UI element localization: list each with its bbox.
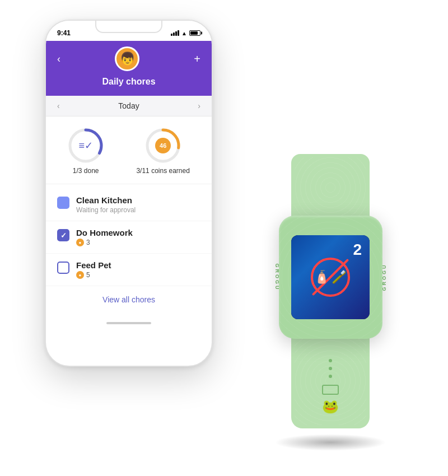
watch-strap-top (291, 154, 370, 221)
home-indicator (106, 322, 151, 324)
status-time: 9:41 (57, 29, 71, 37)
coins-stat: 46 3/11 coins earned (136, 128, 189, 175)
chore-name: Do Homework (76, 228, 200, 237)
no-symbol: 🧴 🪥 (311, 258, 350, 297)
chore-name: Clean Kitchen (76, 195, 200, 205)
chore-checkbox[interactable]: ✓ (57, 229, 69, 241)
strap-holes (329, 359, 332, 378)
strap-buckle (322, 385, 339, 395)
bottle-icons: 🧴 🪥 (314, 270, 347, 284)
date-label: Today (118, 101, 139, 110)
watch-shadow (274, 434, 386, 451)
add-button[interactable]: + (194, 53, 200, 66)
watch-screen-number: 2 (353, 241, 362, 259)
done-stat: ≡✓ 1/3 done (68, 128, 104, 175)
chore-name: Feed Pet (76, 260, 200, 270)
chore-checkbox[interactable] (57, 197, 69, 209)
wifi-icon: ▲ (181, 30, 187, 36)
chore-info: Clean Kitchen Waiting for approval (76, 195, 200, 214)
strap-hole (329, 367, 332, 370)
stats-section: ≡✓ 1/3 done 46 3/11 coins earned (46, 116, 212, 184)
signal-icon (171, 30, 179, 36)
watch-strap-bottom: 🐸 (291, 333, 370, 428)
status-bar: 9:41 ▲ (46, 21, 212, 41)
coins-circle: 46 (145, 128, 181, 164)
next-date-button[interactable]: › (198, 101, 200, 110)
strap-hole (329, 359, 332, 362)
done-icon: ≡✓ (78, 139, 93, 152)
battery-icon (189, 30, 200, 36)
phone: 9:41 ▲ ‹ 👦 + Daily (45, 20, 213, 367)
done-circle: ≡✓ (68, 128, 104, 164)
date-nav: ‹ Today › (46, 96, 212, 116)
checkmark-icon: ✓ (60, 231, 67, 240)
coin-badge: 46 (155, 138, 171, 153)
coin-icon: ● (76, 271, 84, 279)
chores-list: Clean Kitchen Waiting for approval ✓ Do … (46, 184, 212, 318)
chore-item[interactable]: Feed Pet ● 5 (46, 254, 212, 286)
coin-icon: ● (76, 239, 84, 246)
page-title: Daily chores (102, 77, 155, 87)
phone-notch (95, 21, 162, 33)
watch-screen: 2 🧴 🪥 (291, 235, 370, 319)
watch-brand-left: GROGU (274, 263, 280, 291)
header-nav: ‹ 👦 + (57, 46, 200, 71)
watch-brand-right: GROGU (381, 263, 387, 291)
chore-item[interactable]: Clean Kitchen Waiting for approval (46, 189, 212, 221)
prev-date-button[interactable]: ‹ (57, 101, 60, 110)
chore-coins: ● 3 (76, 239, 200, 246)
watch-logo: 🐸 (319, 398, 342, 415)
coin-count: 3 (86, 239, 90, 246)
coin-count: 5 (86, 271, 90, 279)
watch-body: GROGU GROGU 2 🧴 🪥 (279, 216, 382, 339)
view-all-link[interactable]: View all chores (46, 286, 212, 313)
scene: 9:41 ▲ ‹ 👦 + Daily (28, 8, 420, 468)
back-button[interactable]: ‹ (57, 53, 60, 65)
chore-info: Feed Pet ● 5 (76, 260, 200, 279)
chore-info: Do Homework ● 3 (76, 228, 200, 246)
chore-coins: ● 5 (76, 271, 200, 279)
coins-label: 3/11 coins earned (136, 167, 189, 175)
phone-bottom (46, 318, 212, 331)
app-header: ‹ 👦 + Daily chores (46, 41, 212, 96)
avatar[interactable]: 👦 (115, 46, 139, 71)
chore-item[interactable]: ✓ Do Homework ● 3 (46, 221, 212, 254)
chore-checkbox[interactable] (57, 262, 69, 274)
watch: GROGU GROGU 2 🧴 🪥 (252, 154, 409, 445)
strap-hole (329, 375, 332, 378)
watch-screen-icon: 🧴 🪥 (308, 255, 353, 300)
done-label: 1/3 done (73, 167, 99, 175)
chore-status: Waiting for approval (76, 206, 200, 214)
status-icons: ▲ (171, 30, 200, 36)
